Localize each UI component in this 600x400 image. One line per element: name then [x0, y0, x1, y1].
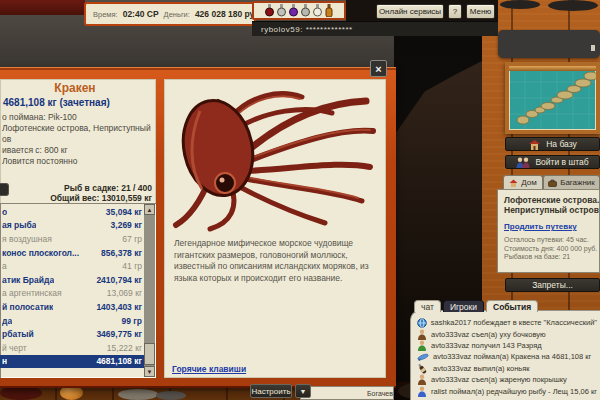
list-item[interactable]: да99 гр — [0, 314, 145, 328]
house-icon — [528, 139, 541, 150]
list-item[interactable]: а41 гр — [0, 259, 145, 273]
fish-info-window: Кракен 4681,108 кг (зачетная) о поймана:… — [0, 67, 396, 388]
login-bar: rybolov59: ************* — [252, 21, 498, 36]
list-item[interactable]: я воздушная67 гр — [0, 232, 145, 246]
tab-trunk[interactable]: Багажник — [543, 175, 600, 189]
fish-detail-line: ивается с: 800 кг — [2, 145, 151, 156]
event-messages: sashka2017 побеждает в квесте "Классичес… — [417, 317, 597, 397]
red-flask-icon[interactable] — [265, 4, 274, 17]
pass-remaining: Осталось путевки: 45 час. — [504, 236, 599, 245]
person-green-icon — [417, 340, 427, 351]
globe-icon — [417, 318, 427, 328]
tab-home[interactable]: Дом — [503, 175, 543, 189]
briefcase-icon — [548, 179, 557, 187]
event-row: avto333vaz съел(а) жареную покрышку — [417, 374, 597, 385]
scroll-thumb[interactable] — [144, 343, 155, 365]
house-icon — [509, 179, 518, 187]
table-item-maroon — [0, 386, 42, 400]
collapse-arrow-button[interactable]: ▼ — [295, 384, 311, 398]
white-flask-icon[interactable] — [313, 4, 322, 17]
fish-detail-line: о поймана: Pik-100 — [2, 112, 151, 123]
table-item-stone — [118, 389, 158, 400]
list-item[interactable]: рбатый3469,775 кг — [0, 327, 145, 341]
list-item[interactable]: ая рыба3,269 кг — [0, 219, 145, 233]
location-title-line2: Неприступный остров — [504, 205, 599, 215]
game-screen: Время: 02:40 СР Деньги: 426 028 180 руб.… — [0, 0, 600, 400]
map-roller — [509, 66, 596, 71]
list-item[interactable]: конос плоскогол...856,378 кг — [0, 246, 145, 260]
scroll-up-icon[interactable]: ▲ — [144, 204, 155, 215]
hotkeys-link[interactable]: Горячие клавиши — [172, 364, 246, 374]
person-brown-icon — [417, 374, 427, 385]
purple-flask-icon[interactable] — [289, 4, 298, 17]
fish-picture-pane: Легендарное мифическое морское чудовище … — [164, 79, 386, 378]
list-item[interactable]: й черт15,222 кг — [0, 341, 145, 355]
bans-button[interactable]: Запреты... — [505, 278, 600, 292]
location-title-line1: Лофотенские острова. — [504, 195, 599, 205]
list-item-selected[interactable]: н4681,108 кг — [0, 355, 145, 369]
event-row: avto333vaz выпил(а) коньяк — [417, 363, 597, 374]
kraken-illustration — [170, 83, 380, 233]
to-base-button[interactable]: На базу — [505, 137, 600, 151]
time-money-bar: Время: 02:40 СР Деньги: 426 028 180 руб. — [84, 2, 256, 26]
event-row: ralist поймал(а) редчайшую рыбу - Лещ 15… — [417, 385, 597, 396]
table-item-stone-2 — [156, 391, 186, 400]
cage-count: Рыб в садке: 21 / 400 — [64, 183, 152, 193]
menu-button[interactable]: Меню — [466, 4, 495, 19]
tab-events[interactable]: События — [486, 300, 538, 312]
list-item[interactable]: а аргентинская13,069 кг — [0, 287, 145, 301]
fish-weight: 4681,108 кг (зачетная) — [3, 97, 110, 108]
fish-detail-line: Ловится постоянно — [2, 156, 151, 167]
shelf-item — [548, 0, 598, 11]
fish-stats-pane: Кракен 4681,108 кг (зачетная) о поймана:… — [0, 79, 156, 378]
extend-pass-link[interactable]: Продлить путевку — [504, 222, 577, 231]
tab-players[interactable]: Игроки — [443, 300, 484, 312]
location-map[interactable] — [505, 62, 600, 134]
fish-detail-line: ов — [2, 134, 151, 145]
silver-flask-icon[interactable] — [301, 4, 310, 17]
clipped-panel-fragment: Богачев — [300, 386, 394, 400]
panel-glyph — [591, 45, 595, 51]
top-right-panel — [498, 30, 600, 58]
fish-description: Легендарное мифическое морское чудовище … — [174, 238, 376, 284]
enter-hq-button[interactable]: Войти в штаб — [505, 155, 600, 169]
event-row: sashka2017 побеждает в квесте "Классичес… — [417, 317, 597, 328]
islands-map-art — [509, 66, 596, 130]
sidebar-tabs: Дом Багажник — [503, 175, 600, 189]
fish-details: о поймана: Pik-100 Лофотенские острова, … — [2, 112, 151, 167]
tab-chat[interactable]: чат — [414, 300, 441, 312]
clipped-button[interactable] — [0, 183, 9, 196]
person-brown-icon — [417, 329, 427, 340]
configure-button[interactable]: Настроить — [250, 384, 292, 398]
top-left-strip — [0, 0, 85, 15]
time-value: 02:40 СР — [123, 9, 159, 19]
list-item[interactable]: о35,094 кг — [0, 205, 145, 219]
person-blue-icon — [417, 386, 427, 397]
help-button[interactable]: ? — [448, 4, 462, 19]
event-row: avto333vaz получил 143 Разряд — [417, 340, 597, 351]
chat-tabs: чат Игроки События — [414, 300, 538, 312]
people-icon — [516, 157, 530, 168]
location-info-panel: Лофотенские острова. Неприступный остров… — [497, 189, 600, 273]
silver-flask-icon[interactable] — [277, 4, 286, 17]
time-label: Время: — [93, 10, 118, 19]
list-item[interactable]: атик Брайда2410,794 кг — [0, 273, 145, 287]
fish-name-title: Кракен — [0, 81, 150, 95]
bottle-icon — [417, 363, 429, 374]
amber-bottle-icon[interactable] — [325, 4, 333, 17]
close-icon[interactable]: × — [370, 60, 387, 77]
money-label: Деньги: — [164, 10, 190, 19]
day-cost: Стоимость дня: 400 000 руб. — [504, 245, 599, 254]
anglers-count: Рыбаков на базе: 21 — [504, 253, 599, 262]
scroll-down-icon[interactable]: ▼ — [144, 366, 155, 377]
buff-icons-bar — [252, 1, 346, 20]
event-row: avto333vaz съел(а) уху бочковую — [417, 328, 597, 339]
list-scrollbar[interactable]: ▲ ▼ — [144, 204, 155, 377]
event-row: avto333vaz поймал(а) Кракена на 4681,108… — [417, 351, 597, 362]
events-log-panel: sashka2017 побеждает в квесте "Классичес… — [410, 310, 600, 400]
fish-detail-line: Лофотенские острова, Неприступный — [2, 123, 151, 134]
list-item[interactable]: й полосатик1403,403 кг — [0, 300, 145, 314]
fish-icon — [417, 352, 429, 362]
online-services-button[interactable]: Онлайн сервисы — [376, 4, 444, 19]
shelf-item — [500, 0, 540, 9]
